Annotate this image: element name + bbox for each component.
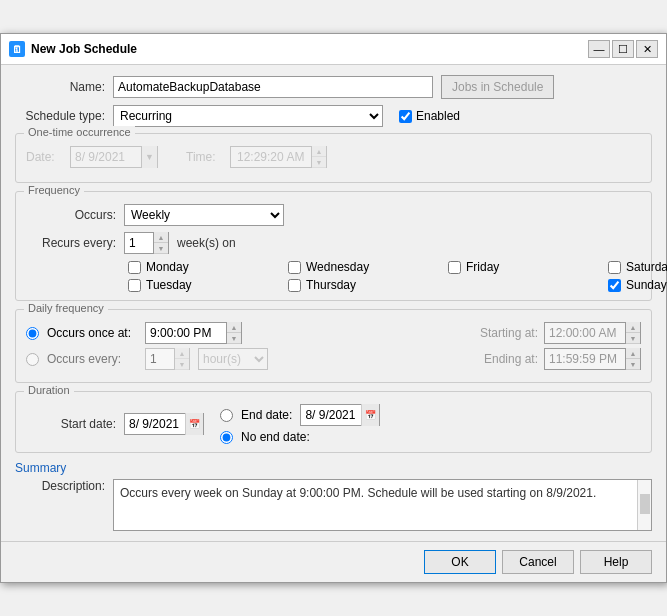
- saturday-item: Saturday: [608, 260, 667, 274]
- end-date-radio[interactable]: [220, 409, 233, 422]
- occurs-once-radio[interactable]: [26, 327, 39, 340]
- maximize-button[interactable]: ☐: [612, 40, 634, 58]
- starting-at-label: Starting at:: [468, 326, 538, 340]
- tuesday-item: Tuesday: [128, 278, 288, 292]
- recurs-unit: week(s) on: [177, 236, 236, 250]
- start-date-label: Start date:: [26, 417, 116, 431]
- description-label: Description:: [15, 479, 105, 493]
- friday-item: Friday: [448, 260, 608, 274]
- date-dropdown-button[interactable]: ▼: [141, 146, 157, 168]
- duration-legend: Duration: [24, 384, 74, 396]
- summary-title: Summary: [15, 461, 652, 475]
- duration-row: Start date: 8/ 9/2021 📅 End date: 8/ 9/2…: [26, 404, 641, 444]
- ending-at-up-button[interactable]: ▲: [626, 348, 640, 359]
- occurs-label: Occurs:: [26, 208, 116, 222]
- occurs-every-spinners: ▲ ▼: [174, 348, 189, 370]
- close-button[interactable]: ✕: [636, 40, 658, 58]
- cancel-button[interactable]: Cancel: [502, 550, 574, 574]
- occurs-once-up-button[interactable]: ▲: [227, 322, 241, 333]
- starting-ending-container: Starting at: 12:00:00 AM ▲ ▼ Ending at:: [468, 322, 641, 370]
- time-up-button[interactable]: ▲: [312, 146, 326, 157]
- no-end-date-row: No end date:: [220, 430, 380, 444]
- ok-button[interactable]: OK: [424, 550, 496, 574]
- starting-at-value: 12:00:00 AM: [545, 324, 625, 342]
- days-grid: Monday Wednesday Friday Saturday: [128, 260, 641, 292]
- frequency-section: Frequency Occurs: Weekly Recurs every: 1…: [15, 191, 652, 301]
- ending-at-row: Ending at: 11:59:59 PM ▲ ▼: [468, 348, 641, 370]
- occurs-once-timepicker: 9:00:00 PM ▲ ▼: [145, 322, 242, 344]
- hour-select[interactable]: hour(s): [198, 348, 268, 370]
- thursday-checkbox[interactable]: [288, 279, 301, 292]
- sunday-checkbox[interactable]: [608, 279, 621, 292]
- friday-label: Friday: [466, 260, 499, 274]
- friday-checkbox[interactable]: [448, 261, 461, 274]
- one-time-legend: One-time occurrence: [24, 126, 135, 138]
- end-date-label: End date:: [241, 408, 292, 422]
- summary-section: Summary Description: Occurs every week o…: [15, 461, 652, 531]
- minimize-button[interactable]: —: [588, 40, 610, 58]
- scroll-thumb: [640, 494, 650, 514]
- no-end-date-radio[interactable]: [220, 431, 233, 444]
- description-scrollbar[interactable]: [637, 480, 651, 530]
- dialog-content: Name: Jobs in Schedule Schedule type: Re…: [1, 65, 666, 541]
- time-picker: 12:29:20 AM ▲ ▼: [230, 146, 327, 168]
- ending-at-down-button[interactable]: ▼: [626, 359, 640, 370]
- occurs-every-up-button[interactable]: ▲: [175, 348, 189, 359]
- tuesday-checkbox[interactable]: [128, 279, 141, 292]
- occurs-once-label: Occurs once at:: [47, 326, 137, 340]
- time-down-button[interactable]: ▼: [312, 157, 326, 168]
- occurs-every-radio[interactable]: [26, 353, 39, 366]
- name-input[interactable]: [113, 76, 433, 98]
- enabled-label: Enabled: [416, 109, 460, 123]
- saturday-label: Saturday: [626, 260, 667, 274]
- recurs-up-button[interactable]: ▲: [154, 232, 168, 243]
- occurs-every-down-button[interactable]: ▼: [175, 359, 189, 370]
- saturday-checkbox[interactable]: [608, 261, 621, 274]
- one-time-row: Date: 8/ 9/2021 ▼ Time: 12:29:20 AM ▲ ▼: [26, 146, 641, 168]
- enabled-checkbox[interactable]: [399, 110, 412, 123]
- jobs-in-schedule-button[interactable]: Jobs in Schedule: [441, 75, 554, 99]
- new-job-schedule-dialog: 🗓 New Job Schedule — ☐ ✕ Name: Jobs in S…: [0, 33, 667, 583]
- description-text: Occurs every week on Sunday at 9:00:00 P…: [120, 484, 645, 502]
- monday-checkbox[interactable]: [128, 261, 141, 274]
- name-row: Name: Jobs in Schedule: [15, 75, 652, 99]
- ending-at-label: Ending at:: [468, 352, 538, 366]
- time-value: 12:29:20 AM: [231, 148, 311, 166]
- help-button[interactable]: Help: [580, 550, 652, 574]
- recurs-down-button[interactable]: ▼: [154, 243, 168, 254]
- tuesday-label: Tuesday: [146, 278, 192, 292]
- time-spinners: ▲ ▼: [311, 146, 326, 168]
- occurs-every-value: 1: [146, 350, 174, 368]
- starting-at-picker: 12:00:00 AM ▲ ▼: [544, 322, 641, 344]
- occurs-once-spinners: ▲ ▼: [226, 322, 241, 344]
- starting-at-up-button[interactable]: ▲: [626, 322, 640, 333]
- starting-at-down-button[interactable]: ▼: [626, 333, 640, 344]
- occurs-every-spinbox: 1 ▲ ▼: [145, 348, 190, 370]
- end-date-calendar-button[interactable]: 📅: [361, 404, 379, 426]
- start-date-value: 8/ 9/2021: [125, 415, 185, 433]
- wednesday-checkbox[interactable]: [288, 261, 301, 274]
- dialog-buttons: OK Cancel Help: [1, 541, 666, 582]
- occurs-once-value: 9:00:00 PM: [146, 324, 226, 342]
- recurs-row: Recurs every: 1 ▲ ▼ week(s) on: [26, 232, 641, 254]
- monday-label: Monday: [146, 260, 189, 274]
- recurs-value: 1: [125, 234, 153, 252]
- occurs-row: Occurs: Weekly: [26, 204, 641, 226]
- end-date-value: 8/ 9/2021: [301, 406, 361, 424]
- occurs-select[interactable]: Weekly: [124, 204, 284, 226]
- ending-at-spinners: ▲ ▼: [625, 348, 640, 370]
- schedule-type-select[interactable]: Recurring: [113, 105, 383, 127]
- daily-freq-left: Occurs once at: 9:00:00 PM ▲ ▼ Occurs ev: [26, 322, 448, 374]
- title-bar: 🗓 New Job Schedule — ☐ ✕: [1, 34, 666, 65]
- recurs-spinbox: 1 ▲ ▼: [124, 232, 169, 254]
- wednesday-label: Wednesday: [306, 260, 369, 274]
- time-label: Time:: [186, 150, 222, 164]
- sunday-item: Sunday: [608, 278, 667, 292]
- date-picker: 8/ 9/2021 ▼: [70, 146, 158, 168]
- wednesday-item: Wednesday: [288, 260, 448, 274]
- frequency-legend: Frequency: [24, 184, 84, 196]
- starting-at-spinners: ▲ ▼: [625, 322, 640, 344]
- occurs-once-down-button[interactable]: ▼: [227, 333, 241, 344]
- description-box: Occurs every week on Sunday at 9:00:00 P…: [113, 479, 652, 531]
- start-date-calendar-button[interactable]: 📅: [185, 413, 203, 435]
